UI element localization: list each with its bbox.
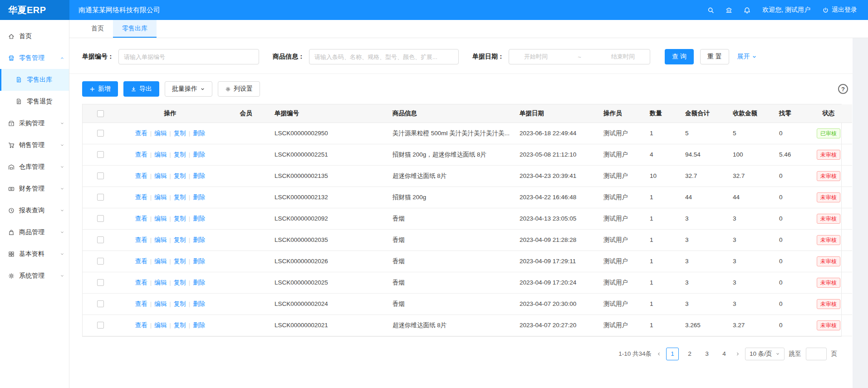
row-actions: 查看|编辑|复制|删除 — [118, 208, 222, 229]
sidebar-item-home[interactable]: 首页 — [0, 25, 69, 47]
row-checkbox[interactable] — [97, 258, 104, 265]
col-header-qty: 数量 — [645, 104, 681, 123]
sidebar-item-purchase-management[interactable]: 采购管理 — [0, 113, 69, 134]
delete-link[interactable]: 删除 — [193, 130, 205, 137]
edit-link[interactable]: 编辑 — [154, 130, 167, 137]
page-button-2[interactable]: 2 — [683, 348, 696, 360]
row-checkbox[interactable] — [97, 130, 104, 137]
view-link[interactable]: 查看 — [135, 300, 147, 307]
row-checkbox[interactable] — [97, 215, 104, 222]
edit-link[interactable]: 编辑 — [154, 322, 167, 329]
gear-icon — [225, 86, 231, 92]
delete-link[interactable]: 删除 — [193, 194, 205, 201]
page-button-3[interactable]: 3 — [701, 348, 713, 360]
product-info-input[interactable] — [309, 49, 459, 64]
date-range-picker[interactable]: 开始时间 ~ 结束时间 — [509, 49, 650, 64]
edit-link[interactable]: 编辑 — [154, 151, 167, 158]
copy-link[interactable]: 复制 — [174, 215, 186, 222]
sidebar-item-report-query[interactable]: 报表查询 — [0, 200, 69, 221]
copy-link[interactable]: 复制 — [174, 236, 186, 243]
edit-link[interactable]: 编辑 — [154, 279, 167, 286]
delete-link[interactable]: 删除 — [193, 215, 205, 222]
tab-home[interactable]: 首页 — [82, 20, 113, 38]
row-checkbox[interactable] — [97, 236, 104, 243]
view-link[interactable]: 查看 — [135, 236, 147, 243]
view-link[interactable]: 查看 — [135, 258, 147, 265]
column-settings-button[interactable]: 列设置 — [218, 81, 260, 97]
copy-link[interactable]: 复制 — [174, 172, 186, 179]
next-page-icon[interactable] — [735, 351, 740, 357]
row-checkbox[interactable] — [97, 279, 104, 286]
sidebar-item-retail-return[interactable]: 零售退货 — [0, 91, 69, 113]
copy-link[interactable]: 复制 — [174, 279, 186, 286]
help-icon[interactable]: ? — [838, 84, 848, 94]
edit-link[interactable]: 编辑 — [154, 172, 167, 179]
sidebar-item-retail-management[interactable]: 零售管理 — [0, 47, 69, 69]
delete-link[interactable]: 删除 — [193, 151, 205, 158]
row-checkbox[interactable] — [97, 194, 104, 201]
edit-link[interactable]: 编辑 — [154, 215, 167, 222]
copy-link[interactable]: 复制 — [174, 194, 186, 201]
member-cell — [222, 165, 270, 187]
page-size-select[interactable]: 10 条/页 — [745, 348, 785, 360]
sidebar-item-system-management[interactable]: 系统管理 — [0, 265, 69, 287]
logout-icon — [822, 7, 829, 14]
export-button[interactable]: 导出 — [123, 81, 159, 97]
sidebar-item-warehouse-management[interactable]: 仓库管理 — [0, 156, 69, 178]
search-button[interactable]: 查 询 — [665, 49, 694, 64]
view-link[interactable]: 查看 — [135, 151, 147, 158]
search-icon[interactable] — [701, 0, 720, 20]
view-link[interactable]: 查看 — [135, 322, 147, 329]
bill-no-label: 单据编号： — [82, 53, 114, 61]
row-checkbox[interactable] — [97, 300, 104, 307]
delete-link[interactable]: 删除 — [193, 300, 205, 307]
date-end-placeholder[interactable]: 结束时间 — [611, 53, 635, 61]
tab-retail-outbound[interactable]: 零售出库 — [113, 20, 157, 38]
add-button[interactable]: 新增 — [82, 81, 118, 97]
bill-no-input[interactable] — [118, 49, 259, 64]
row-checkbox[interactable] — [97, 322, 104, 329]
delete-link[interactable]: 删除 — [193, 258, 205, 265]
welcome-user[interactable]: 欢迎您, 测试用户 — [762, 6, 810, 14]
delete-link[interactable]: 删除 — [193, 279, 205, 286]
date-start-placeholder[interactable]: 开始时间 — [524, 53, 548, 61]
copy-link[interactable]: 复制 — [174, 258, 186, 265]
jump-page-input[interactable] — [806, 348, 827, 360]
sidebar-item-finance-management[interactable]: 财务管理 — [0, 178, 69, 200]
platform-icon[interactable] — [720, 0, 738, 20]
delete-link[interactable]: 删除 — [193, 236, 205, 243]
delete-link[interactable]: 删除 — [193, 172, 205, 179]
view-link[interactable]: 查看 — [135, 194, 147, 201]
copy-link[interactable]: 复制 — [174, 151, 186, 158]
reset-button[interactable]: 重 置 — [700, 49, 729, 64]
date-cell: 2023-04-09 21:28:28 — [515, 229, 599, 250]
view-link[interactable]: 查看 — [135, 279, 147, 286]
table-row: 查看|编辑|复制|删除 LSCK00000002025 香烟 2023-04-0… — [83, 272, 852, 293]
row-checkbox[interactable] — [97, 151, 104, 158]
copy-link[interactable]: 复制 — [174, 300, 186, 307]
edit-link[interactable]: 编辑 — [154, 258, 167, 265]
copy-link[interactable]: 复制 — [174, 130, 186, 137]
logout-button[interactable]: 退出登录 — [822, 6, 857, 14]
page-button-4[interactable]: 4 — [718, 348, 731, 360]
view-link[interactable]: 查看 — [135, 172, 147, 179]
view-link[interactable]: 查看 — [135, 130, 147, 137]
sidebar-item-retail-outbound[interactable]: 零售出库 — [0, 69, 69, 91]
expand-link[interactable]: 展开 — [737, 53, 757, 61]
delete-link[interactable]: 删除 — [193, 322, 205, 329]
prev-page-icon[interactable] — [656, 351, 662, 357]
page-button-1[interactable]: 1 — [666, 348, 679, 360]
select-all-checkbox[interactable] — [97, 110, 104, 117]
bell-icon[interactable] — [738, 0, 756, 20]
sidebar-item-basic-data[interactable]: 基本资料 — [0, 243, 69, 265]
batch-actions-button[interactable]: 批量操作 — [165, 81, 212, 97]
edit-link[interactable]: 编辑 — [154, 194, 167, 201]
sidebar-item-goods-management[interactable]: 商品管理 — [0, 221, 69, 243]
row-checkbox[interactable] — [97, 172, 104, 179]
edit-link[interactable]: 编辑 — [154, 236, 167, 243]
copy-link[interactable]: 复制 — [174, 322, 186, 329]
view-link[interactable]: 查看 — [135, 215, 147, 222]
sidebar-item-sales-management[interactable]: 销售管理 — [0, 134, 69, 156]
edit-link[interactable]: 编辑 — [154, 300, 167, 307]
received-cell: 44 — [728, 187, 775, 208]
